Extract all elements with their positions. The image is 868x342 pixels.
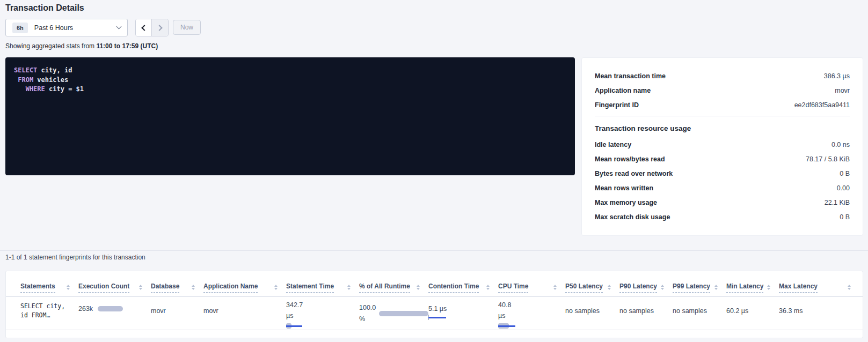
- cell-p90-latency: no samples: [619, 297, 673, 330]
- statements-caption: 1-1 of 1 statement fingerprints for this…: [5, 254, 145, 261]
- summary-label: Fingerprint ID: [595, 101, 639, 109]
- sql-text: city = $1: [45, 85, 84, 93]
- interval-label: Past 6 Hours: [34, 24, 117, 32]
- statement-link[interactable]: SELECT city, id FROM…: [20, 297, 71, 320]
- column-header-application-name[interactable]: Application Name: [203, 282, 286, 293]
- column-header-max-latency[interactable]: Max Latency: [779, 282, 859, 293]
- column-header-contention-time[interactable]: Contention Time: [428, 282, 498, 293]
- sort-icon[interactable]: [608, 285, 611, 293]
- sort-icon[interactable]: [139, 285, 142, 293]
- sql-line: WHERE city = $1: [14, 85, 566, 94]
- prev-interval-button[interactable]: [136, 19, 152, 36]
- cpu-time-value: 40.8 µs: [498, 300, 519, 321]
- cell-statement: SELECT city, id FROM…: [20, 297, 78, 330]
- cell-application-name: movr: [203, 297, 286, 330]
- resource-value: 0.0 ns: [831, 141, 850, 148]
- cell-execution-count: 263k: [78, 297, 151, 330]
- section-divider: [0, 250, 868, 251]
- cell-pct-runtime: 100.0 %: [359, 297, 428, 330]
- contention-time-bar: [428, 315, 498, 320]
- sql-line: FROM vehicles: [14, 76, 566, 85]
- resource-value: 22.1 KiB: [825, 199, 850, 206]
- chevron-right-icon: [156, 25, 162, 31]
- sql-keyword: SELECT: [14, 66, 37, 74]
- sort-icon[interactable]: [67, 285, 70, 293]
- resource-value: 78.17 / 5.8 KiB: [806, 155, 850, 163]
- cell-contention-time: 5.1 µs: [428, 297, 498, 330]
- resource-label: Max memory usage: [595, 199, 657, 206]
- sort-icon[interactable]: [661, 285, 664, 293]
- sort-icon[interactable]: [192, 285, 195, 293]
- next-interval-button[interactable]: [152, 19, 168, 36]
- time-range-dropdown[interactable]: 6h Past 6 Hours: [5, 19, 128, 36]
- summary-row: Fingerprint ID ee2df683f5aa9411: [595, 98, 850, 112]
- statement-time-bar: [286, 323, 359, 329]
- execution-count-bar: [98, 306, 123, 311]
- resource-value: 0.00: [837, 184, 850, 192]
- chevron-left-icon: [141, 25, 147, 31]
- transaction-details-page: Transaction Details 6h Past 6 Hours Now …: [0, 0, 868, 342]
- sql-keyword: WHERE: [14, 85, 45, 93]
- resource-row: Max scratch disk usage 0 B: [595, 210, 850, 224]
- chevron-down-icon: [116, 24, 122, 29]
- aggregated-stats-line: Showing aggregated stats from 11:00 to 1…: [5, 42, 158, 50]
- cell-database: movr: [151, 297, 203, 330]
- summary-value: 386.3 µs: [824, 72, 850, 80]
- pct-runtime-bar: [379, 311, 428, 316]
- resource-row: Max memory usage 22.1 KiB: [595, 195, 850, 210]
- cell-p99-latency: no samples: [673, 297, 726, 330]
- column-header-database[interactable]: Database: [151, 282, 203, 293]
- table-header-row: Statements Execution Count Database Appl…: [6, 271, 863, 297]
- summary-label: Application name: [595, 87, 651, 94]
- resource-row: Bytes read over network 0 B: [595, 166, 850, 181]
- column-header-execution-count[interactable]: Execution Count: [78, 282, 151, 293]
- sort-icon[interactable]: [767, 285, 770, 293]
- column-header-pct-runtime[interactable]: % of All Runtime: [359, 282, 428, 293]
- column-header-p99-latency[interactable]: P99 Latency: [673, 282, 726, 293]
- summary-label: Mean transaction time: [595, 72, 666, 80]
- column-header-min-latency[interactable]: Min Latency: [726, 282, 779, 293]
- sql-statement-box: SELECT city, id FROM vehicles WHERE city…: [5, 57, 575, 175]
- contention-time-value: 5.1 µs: [428, 305, 498, 313]
- sort-icon[interactable]: [347, 285, 351, 293]
- now-button[interactable]: Now: [173, 20, 201, 35]
- column-header-cpu-time[interactable]: CPU Time: [498, 282, 565, 293]
- sort-icon[interactable]: [553, 285, 557, 293]
- resource-row: Mean rows/bytes read 78.17 / 5.8 KiB: [595, 152, 850, 166]
- cell-statement-time: 342.7 µs: [286, 297, 359, 330]
- time-nav-group: [135, 19, 169, 36]
- sort-icon[interactable]: [714, 285, 718, 293]
- sql-keyword: FROM: [14, 76, 33, 84]
- resource-value: 0 B: [840, 170, 850, 177]
- column-header-p50-latency[interactable]: P50 Latency: [565, 282, 619, 293]
- column-header-statement-time[interactable]: Statement Time: [286, 282, 359, 293]
- cell-cpu-time: 40.8 µs: [498, 297, 565, 330]
- resource-label: Mean rows written: [595, 184, 653, 192]
- sort-icon[interactable]: [274, 285, 278, 293]
- sql-text: vehicles: [33, 76, 68, 84]
- resource-label: Mean rows/bytes read: [595, 155, 665, 163]
- sql-line: SELECT city, id: [14, 66, 566, 76]
- summary-value: movr: [835, 87, 850, 94]
- column-header-statements[interactable]: Statements: [20, 282, 78, 293]
- resource-label: Bytes read over network: [595, 170, 673, 177]
- resource-row: Idle latency 0.0 ns: [595, 137, 850, 152]
- summary-row: Application name movr: [595, 83, 850, 98]
- summary-row: Mean transaction time 386.3 µs: [595, 69, 850, 83]
- statements-table: Statements Execution Count Database Appl…: [5, 271, 863, 338]
- summary-value: ee2df683f5aa9411: [794, 101, 850, 109]
- resource-label: Idle latency: [595, 141, 631, 148]
- sort-icon[interactable]: [486, 285, 490, 293]
- card-divider: [595, 116, 850, 116]
- column-header-p90-latency[interactable]: P90 Latency: [619, 282, 673, 293]
- statement-time-value: 342.7 µs: [286, 300, 309, 321]
- cell-min-latency: 60.2 µs: [726, 297, 779, 330]
- sort-icon[interactable]: [848, 285, 851, 293]
- stats-line-prefix: Showing aggregated stats from: [5, 42, 96, 50]
- cell-p50-latency: no samples: [565, 297, 619, 330]
- resource-label: Max scratch disk usage: [595, 213, 670, 221]
- pct-runtime-value: 100.0 %: [359, 302, 378, 325]
- interval-badge: 6h: [12, 23, 28, 33]
- sort-icon[interactable]: [417, 285, 420, 293]
- page-title: Transaction Details: [5, 3, 84, 13]
